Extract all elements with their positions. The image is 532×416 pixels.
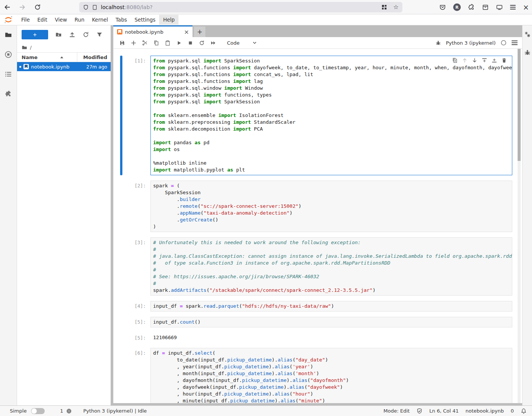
- cell-collapser[interactable]: [120, 333, 122, 343]
- menu-help[interactable]: Help: [159, 15, 178, 25]
- file-name[interactable]: notebook.ipynb: [31, 64, 84, 70]
- breadcrumb[interactable]: /: [17, 42, 111, 53]
- notification-count[interactable]: 0: [511, 408, 514, 414]
- extensions-puzzle-icon[interactable]: [468, 4, 475, 11]
- table-of-contents-icon[interactable]: [5, 70, 12, 78]
- kernel-status-idle-icon[interactable]: [501, 40, 507, 46]
- file-browser-tab-icon[interactable]: [5, 31, 12, 39]
- debugger-sidebar-bug-icon[interactable]: [524, 49, 531, 56]
- copy-icon[interactable]: [153, 40, 159, 46]
- file-row-selected[interactable]: notebook.ipynb 27m ago: [17, 62, 111, 71]
- restart-kernel-icon[interactable]: [199, 40, 205, 46]
- menu-view[interactable]: View: [51, 15, 71, 25]
- column-header-name[interactable]: Name: [17, 55, 77, 60]
- kernel-sessions-indicator[interactable]: 1: [60, 408, 72, 414]
- cell-collapser[interactable]: [120, 56, 122, 175]
- simple-mode-toggle[interactable]: [31, 408, 45, 414]
- menu-tabs[interactable]: Tabs: [112, 15, 131, 25]
- code-editor[interactable]: input_df = spark.read.parquet("hdfs://hd…: [150, 301, 512, 312]
- breadcrumb-root[interactable]: /: [30, 45, 31, 50]
- insert-cell-below-icon[interactable]: [491, 58, 497, 63]
- code-editor[interactable]: spark = ( SparkSession .builder .remote(…: [150, 181, 512, 232]
- library-icon[interactable]: [482, 4, 489, 11]
- new-launcher-button[interactable]: +: [22, 30, 48, 39]
- debugger-bug-icon[interactable]: [435, 40, 441, 46]
- code-editor[interactable]: input_df.count(): [150, 317, 512, 327]
- notebook-menu-icon[interactable]: [512, 41, 518, 45]
- notebook-scrollbar[interactable]: [518, 49, 521, 403]
- upload-icon[interactable]: [69, 31, 75, 38]
- page-icon[interactable]: [92, 5, 97, 10]
- trusted-shield-icon[interactable]: [416, 408, 422, 414]
- reload-icon[interactable]: [34, 4, 41, 11]
- tab-notebook[interactable]: notebook.ipynb ×: [113, 25, 192, 37]
- cell-collapser[interactable]: [120, 301, 122, 312]
- execution-count: [2]:: [128, 181, 146, 232]
- insert-cell-above-icon[interactable]: [482, 58, 487, 63]
- paste-icon[interactable]: [165, 40, 171, 46]
- code-cell[interactable]: [5]:input_df.count(): [120, 317, 512, 327]
- menu-file[interactable]: File: [17, 15, 34, 25]
- back-icon[interactable]: [4, 4, 11, 11]
- move-cell-up-icon[interactable]: [462, 58, 468, 63]
- jupyter-logo: [4, 15, 13, 24]
- home-folder-icon[interactable]: [22, 45, 27, 50]
- pocket-icon[interactable]: [439, 4, 446, 11]
- code-editor[interactable]: # Unfortunately this is needed to work a…: [150, 237, 512, 296]
- menu-settings[interactable]: Settings: [131, 15, 159, 25]
- cut-icon[interactable]: [142, 40, 148, 46]
- add-cell-icon[interactable]: [131, 40, 136, 46]
- url-host: localhost: [101, 4, 125, 10]
- refresh-icon[interactable]: [83, 31, 89, 38]
- command-mode-indicator[interactable]: Mode: Edit: [383, 408, 410, 414]
- restart-run-all-icon[interactable]: [210, 40, 216, 46]
- code-cell[interactable]: [1]:from pyspark.sql import SparkSession…: [120, 56, 512, 175]
- run-icon[interactable]: [176, 40, 182, 46]
- code-cell[interactable]: [3]:# Unfortunately this is needed to wo…: [120, 237, 512, 296]
- code-cell[interactable]: [6]:df = input_df.select( to_date(input_…: [120, 348, 512, 403]
- kernel-name[interactable]: Python 3 (ipykernel): [446, 40, 496, 46]
- screen-share-icon[interactable]: [496, 4, 503, 11]
- cell-type-dropdown[interactable]: Code: [227, 40, 257, 46]
- code-editor[interactable]: df = input_df.select( to_date(input_df.p…: [150, 348, 512, 403]
- menu-edit[interactable]: Edit: [34, 15, 51, 25]
- forward-icon[interactable]: [19, 4, 26, 11]
- jupyterlab-menubar: File Edit View Run Kernel Tabs Settings …: [0, 14, 532, 25]
- filter-icon[interactable]: [96, 31, 103, 38]
- stop-icon[interactable]: [188, 40, 193, 46]
- code-editor[interactable]: from pyspark.sql import SparkSessionfrom…: [150, 56, 512, 175]
- browser-menu-icon[interactable]: [510, 5, 516, 9]
- notebook-scroll-area[interactable]: [1]:from pyspark.sql import SparkSession…: [113, 49, 522, 403]
- code-cell[interactable]: [2]:spark = ( SparkSession .builder .rem…: [120, 181, 512, 232]
- new-tab-button[interactable]: +: [194, 26, 205, 37]
- kernel-status-text[interactable]: Python 3 (ipykernel) | Idle: [83, 408, 147, 414]
- save-icon[interactable]: [119, 40, 125, 46]
- account-avatar[interactable]: R: [453, 3, 461, 11]
- tab-close-icon[interactable]: ×: [184, 28, 189, 36]
- duplicate-cell-icon[interactable]: [452, 58, 458, 63]
- property-inspector-gears-icon[interactable]: [524, 31, 531, 38]
- menu-kernel[interactable]: Kernel: [88, 15, 112, 25]
- new-folder-icon[interactable]: [55, 31, 62, 38]
- extension-manager-icon[interactable]: [5, 90, 12, 98]
- shield-icon[interactable]: [83, 5, 89, 10]
- cell-collapser[interactable]: [120, 237, 122, 296]
- bookmark-star-icon[interactable]: ☆: [393, 4, 399, 10]
- code-cell[interactable]: [4]:input_df = spark.read.parquet("hdfs:…: [120, 301, 512, 312]
- delete-cell-icon[interactable]: [501, 58, 507, 63]
- window-close-icon[interactable]: ×: [523, 4, 529, 11]
- cursor-position[interactable]: Ln 6, Col 41: [429, 408, 458, 414]
- url-bar[interactable]: localhost:8080/lab? ☆: [79, 2, 402, 12]
- menu-run[interactable]: Run: [71, 15, 88, 25]
- running-sessions-icon[interactable]: [5, 51, 12, 58]
- containers-grid-icon[interactable]: [381, 4, 387, 10]
- url-text[interactable]: localhost:8080/lab?: [101, 4, 153, 10]
- cell-collapser[interactable]: [120, 348, 122, 403]
- cell-collapser[interactable]: [120, 181, 122, 232]
- scrollbar-thumb[interactable]: [518, 49, 521, 161]
- notifications-bell-icon[interactable]: [521, 408, 527, 414]
- move-cell-down-icon[interactable]: [472, 58, 477, 63]
- column-header-modified[interactable]: Modified: [77, 55, 111, 60]
- cell-collapser[interactable]: [120, 317, 122, 327]
- cell-output[interactable]: [5]:12106669: [120, 333, 512, 343]
